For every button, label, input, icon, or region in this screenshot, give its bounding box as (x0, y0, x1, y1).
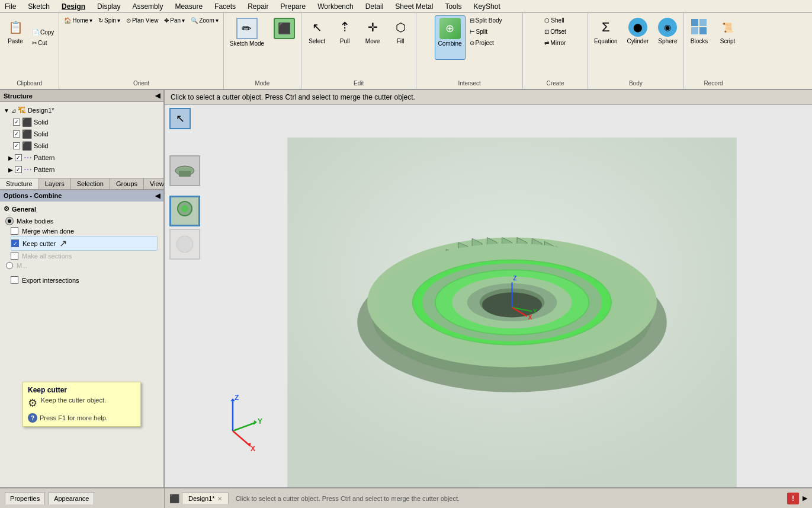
error-icon[interactable]: ! (787, 493, 799, 504)
merge-when-done-row[interactable]: Merge when done (11, 226, 160, 236)
sketch-mode-icon: ✏ (236, 18, 258, 39)
option-radio-row[interactable]: M... (6, 261, 160, 270)
offset-icon: ⊡ (544, 28, 549, 35)
blocks-icon (690, 18, 709, 37)
shell-button[interactable]: ⬡ Shell (542, 15, 569, 25)
paste-button[interactable]: 📋 Paste (2, 15, 28, 60)
tab-selection[interactable]: Selection (71, 178, 110, 189)
copy-button[interactable]: 📄 Copy (30, 27, 56, 37)
pull-button[interactable]: ⇡ Pull (332, 15, 358, 60)
menu-assembly[interactable]: Assembly (130, 2, 165, 11)
tab-views[interactable]: Views (144, 178, 165, 189)
mirror-icon: ⇌ (544, 40, 549, 46)
make-all-sections-row[interactable]: Make all sections (11, 251, 160, 261)
move-icon: ✛ (363, 18, 382, 37)
merge-when-done-checkbox[interactable] (11, 227, 18, 235)
tab-structure[interactable]: Structure (0, 178, 39, 189)
combine-button[interactable]: ⊕ Combine (435, 15, 466, 60)
solid2-checkbox[interactable]: ✓ (13, 130, 20, 138)
spin-icon: ↻ (98, 17, 103, 24)
solid1-checkbox[interactable]: ✓ (13, 119, 20, 126)
select-icon: ↖ (307, 18, 326, 37)
toolbar-clipboard-group: 📋 Paste 📄 Copy ✂ Cut Clipboard (0, 13, 59, 89)
project-button[interactable]: ⊙ Project (467, 38, 505, 48)
appearance-tab[interactable]: Appearance (49, 492, 94, 504)
tab-groups[interactable]: Groups (110, 178, 144, 189)
sphere-button[interactable]: ◉ Sphere (654, 15, 681, 60)
menu-design[interactable]: Design (59, 2, 88, 11)
menu-repair[interactable]: Repair (245, 2, 271, 11)
zoom-button[interactable]: 🔍 Zoom ▾ (188, 15, 221, 25)
tooltip-body: ⚙ Keep the cutter object. (28, 397, 136, 410)
keep-cutter-row[interactable]: ✓ Keep cutter ↗ (11, 236, 158, 251)
make-bodies-radio[interactable] (6, 218, 13, 225)
thumbnail-1[interactable] (169, 155, 200, 186)
design-mode-button[interactable]: ⬛ (270, 15, 299, 60)
blocks-button[interactable]: Blocks (686, 15, 712, 60)
pattern2-checkbox[interactable]: ✓ (15, 166, 22, 173)
menu-keyshot[interactable]: KeyShot (471, 2, 502, 11)
tab-layers[interactable]: Layers (39, 178, 71, 189)
fill-button[interactable]: ⬡ Fill (387, 15, 413, 60)
menu-facets[interactable]: Facets (212, 2, 238, 11)
tree-pattern-1[interactable]: ▶ ✓ ⋯ Pattern (7, 152, 161, 164)
shell-icon: ⬡ (544, 17, 550, 24)
menu-file[interactable]: File (2, 2, 18, 11)
thumbnail-2[interactable] (169, 196, 200, 226)
select-button[interactable]: ↖ Select (304, 15, 330, 60)
export-intersections-row[interactable]: Export intersections (11, 275, 160, 285)
svg-text:X: X (528, 314, 532, 321)
spin-button[interactable]: ↻ Spin ▾ (96, 15, 123, 25)
keep-cutter-checkbox[interactable]: ✓ (11, 239, 19, 247)
cylinder-button[interactable]: ⬤ Cylinder (624, 15, 653, 60)
menu-workbench[interactable]: Workbench (315, 2, 355, 11)
menu-display[interactable]: Display (95, 2, 123, 11)
equation-button[interactable]: Σ Equation (590, 15, 621, 60)
menu-prepare[interactable]: Prepare (278, 2, 308, 11)
tree-view[interactable]: ▼ ⊿ 🏗 Design1* ✓ ⬛ Solid ✓ ⬛ Solid ✓ ⬛ S (0, 102, 163, 178)
toolbar-record-group: Blocks 📜 Script Record (684, 13, 743, 89)
menu-tools[interactable]: Tools (442, 2, 464, 11)
menu-detail[interactable]: Detail (363, 2, 386, 11)
project-icon: ⊙ (470, 40, 474, 46)
design-tab[interactable]: Design1* ✕ (182, 493, 229, 504)
menu-sketch[interactable]: Sketch (25, 2, 52, 11)
cut-button[interactable]: ✂ Cut (30, 38, 56, 48)
make-bodies-row[interactable]: Make bodies (6, 216, 160, 226)
move-button[interactable]: ✛ Move (360, 15, 386, 60)
instruction-bar: Click to select a cutter object. Press C… (165, 90, 812, 105)
mirror-button[interactable]: ⇌ Mirror (542, 38, 569, 48)
menu-measure[interactable]: Measure (172, 2, 205, 11)
thumbnail-3[interactable] (169, 229, 200, 260)
expand-icon[interactable]: ▶ (803, 494, 807, 502)
main-layout: Structure ◀ ▼ ⊿ 🏗 Design1* ✓ ⬛ Solid ✓ ⬛ (0, 90, 812, 487)
viewport[interactable]: Click to select a cutter object. Press C… (165, 90, 812, 487)
tree-pattern-2[interactable]: ▶ ✓ ⋯ Pattern (7, 164, 161, 175)
home-button[interactable]: 🏠 Home ▾ (62, 15, 95, 25)
select-tool-button[interactable]: ↖ (169, 108, 191, 129)
svg-rect-1 (699, 19, 707, 26)
export-intersections-checkbox[interactable] (11, 276, 18, 284)
tree-solid-1[interactable]: ✓ ⬛ Solid (12, 116, 161, 128)
offset-button[interactable]: ⊡ Offset (542, 27, 569, 37)
tree-solid-2[interactable]: ✓ ⬛ Solid (12, 128, 161, 140)
solid3-checkbox[interactable]: ✓ (13, 142, 20, 149)
script-button[interactable]: 📜 Script (715, 15, 741, 60)
plan-view-button[interactable]: ⊙ Plan View (124, 15, 161, 25)
pan-button[interactable]: ✥ Pan ▾ (162, 15, 187, 25)
split-body-button[interactable]: ⊟ Split Body (467, 15, 505, 25)
clipboard-label: Clipboard (2, 80, 56, 87)
make-all-sections-checkbox[interactable] (11, 252, 18, 260)
combine-icon: ⊕ (439, 18, 461, 39)
sphere-icon: ◉ (658, 18, 677, 37)
tree-solid-3[interactable]: ✓ ⬛ Solid (12, 140, 161, 152)
option-radio[interactable] (6, 262, 13, 269)
sketch-mode-button[interactable]: ✏ Sketch Mode (226, 15, 268, 60)
tree-root[interactable]: ▼ ⊿ 🏗 Design1* (2, 104, 161, 116)
properties-tab[interactable]: Properties (5, 492, 45, 504)
design-icon: 🏗 (18, 106, 26, 115)
thumbnail-strip (169, 155, 200, 260)
split-button[interactable]: ⊢ Split (467, 27, 505, 37)
pattern1-checkbox[interactable]: ✓ (15, 154, 22, 161)
menu-sheet-metal[interactable]: Sheet Metal (393, 2, 435, 11)
